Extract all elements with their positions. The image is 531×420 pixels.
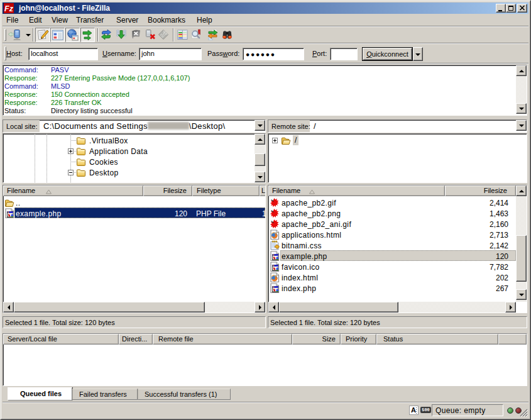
svg-text:Fz: Fz — [4, 4, 14, 13]
